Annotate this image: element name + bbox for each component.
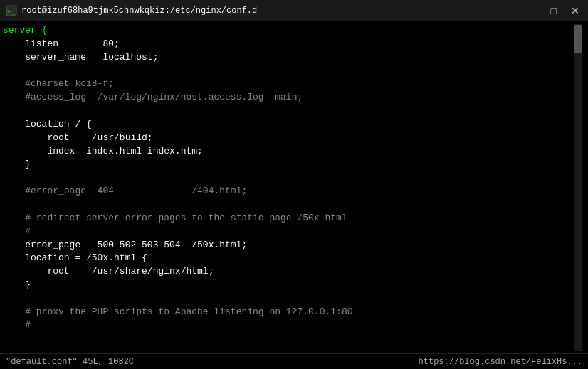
terminal-line: # proxy the PHP scripts to Apache listen… — [3, 306, 574, 319]
terminal-body[interactable]: server { listen 80; server_name localhos… — [0, 21, 588, 353]
terminal-line: #charset koi8-r; — [3, 77, 574, 91]
terminal-icon: >_ — [6, 5, 17, 16]
titlebar-title: root@izuf68ha9tjmk5chnwkqkiz:/etc/nginx/… — [21, 6, 257, 16]
terminal-line: error_page 500 502 503 504 /50x.html; — [3, 239, 574, 252]
terminal-line: location / { — [3, 118, 574, 132]
terminal-line: #access_log /var/log/nginx/host.access.l… — [3, 91, 574, 105]
terminal-line: server { — [3, 24, 574, 38]
titlebar-left: >_ root@izuf68ha9tjmk5chnwkqkiz:/etc/ngi… — [6, 5, 257, 16]
svg-text:>_: >_ — [7, 8, 15, 15]
terminal-line: location = /50x.html { — [3, 252, 574, 265]
terminal-line: # redirect server error pages to the sta… — [3, 212, 574, 225]
terminal-line: } — [3, 279, 574, 292]
terminal-line: server_name localhost; — [3, 51, 574, 65]
maximize-button[interactable]: □ — [548, 4, 560, 17]
terminal-line: } — [3, 158, 574, 171]
terminal-line: # — [3, 319, 574, 333]
scrollbar-thumb[interactable] — [574, 25, 582, 53]
terminal-line: #error_page 404 /404.html; — [3, 185, 574, 198]
terminal-window: >_ root@izuf68ha9tjmk5chnwkqkiz:/etc/ngi… — [0, 0, 588, 369]
terminal-line — [3, 65, 574, 78]
status-bar: "default.conf" 45L, 1082C https://blog.c… — [0, 353, 588, 369]
status-right: https://blog.csdn.net/FelixHs... — [419, 357, 582, 367]
terminal-line: # — [3, 225, 574, 239]
terminal-line: root /usr/share/nginx/html; — [3, 265, 574, 279]
terminal-content[interactable]: server { listen 80; server_name localhos… — [3, 24, 574, 351]
terminal-line: index index.html index.htm; — [3, 145, 574, 159]
terminal-line — [3, 292, 574, 306]
terminal-line — [3, 198, 574, 212]
minimize-button[interactable]: − — [527, 4, 539, 17]
terminal-line — [3, 105, 574, 118]
close-button[interactable]: ✕ — [568, 4, 582, 17]
status-left: "default.conf" 45L, 1082C — [6, 357, 134, 367]
titlebar-controls: − □ ✕ — [527, 4, 582, 17]
terminal-line — [3, 171, 574, 185]
terminal-line: listen 80; — [3, 38, 574, 51]
titlebar: >_ root@izuf68ha9tjmk5chnwkqkiz:/etc/ngi… — [0, 0, 588, 21]
scrollbar[interactable] — [574, 24, 582, 351]
terminal-line: root /usr/build; — [3, 132, 574, 145]
